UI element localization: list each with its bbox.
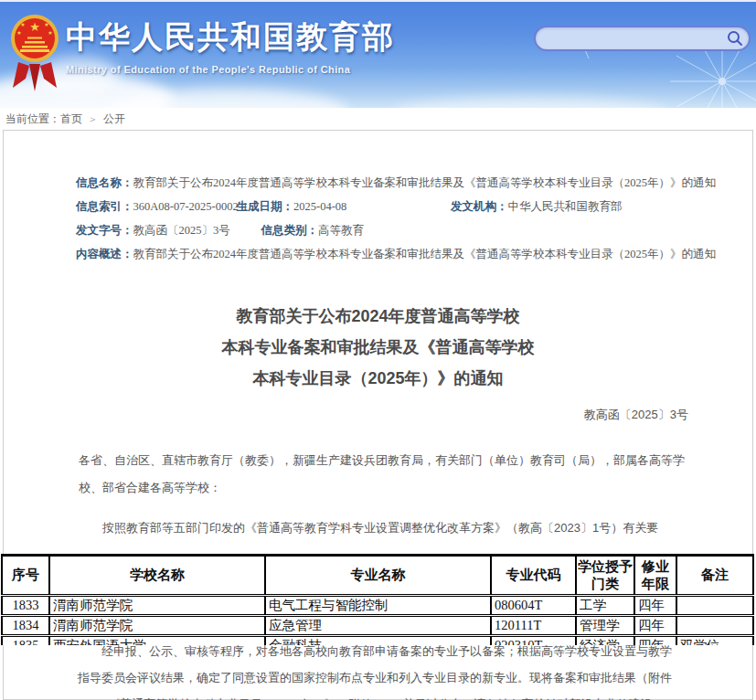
major-approval-table: 序号 学校名称 专业名称 专业代码 学位授予门类 修业年限 备注 1833 渭南… bbox=[1, 554, 754, 645]
meta-info-name-value: 教育部关于公布2024年度普通高等学校本科专业备案和审批结果及《普通高等学校本科… bbox=[133, 176, 717, 189]
meta-category-label: 信息类别： bbox=[261, 224, 318, 237]
cell-seq: 1835 bbox=[2, 636, 49, 646]
cell-years: 四年 bbox=[634, 616, 676, 636]
header-school: 学校名称 bbox=[49, 556, 265, 596]
svg-text:★: ★ bbox=[48, 29, 52, 36]
meta-gen-date-label: 生成日期： bbox=[236, 200, 293, 213]
breadcrumb-separator: ＞ bbox=[88, 112, 98, 126]
site-subtitle: Ministry of Education of the People's Re… bbox=[66, 64, 395, 75]
cell-note bbox=[676, 616, 753, 636]
site-title: 中华人民共和国教育部 bbox=[66, 16, 395, 58]
header-years: 修业年限 bbox=[634, 556, 676, 596]
document-title-line1: 教育部关于公布2024年度普通高等学校 bbox=[4, 301, 752, 332]
meta-info-name-label: 信息名称： bbox=[76, 176, 133, 189]
meta-issuer-label: 发文机构： bbox=[451, 200, 508, 213]
cell-major: 电气工程与智能控制 bbox=[265, 596, 491, 616]
document-title-line3: 本科专业目录（2025年）》的通知 bbox=[4, 363, 752, 394]
cell-degree: 管理学 bbox=[576, 616, 634, 636]
document-title-line2: 本科专业备案和审批结果及《普通高等学校 bbox=[4, 332, 752, 363]
meta-row-name: 信息名称：教育部关于公布2024年度普通高等学校本科专业备案和审批结果及《普通高… bbox=[76, 171, 694, 195]
cloud-decoration bbox=[393, 97, 667, 108]
cell-note bbox=[676, 596, 753, 616]
national-emblem: ★ ★ ★ ★ ★ bbox=[9, 11, 60, 95]
approval-paragraph-line2: 指导委员会评议结果，确定了同意设置的国家控制布点专业和列入专业目录的新专业。现将… bbox=[78, 664, 702, 691]
meta-doc-no-value: 教高函〔2025〕3号 bbox=[133, 224, 230, 237]
cell-years: 四年 bbox=[634, 596, 676, 616]
meta-row-summary: 内容概述：教育部关于公布2024年度普通高等学校本科专业备案和审批结果及《普通高… bbox=[76, 242, 694, 266]
cell-seq: 1834 bbox=[2, 616, 49, 636]
header-code: 专业代码 bbox=[491, 556, 576, 596]
breadcrumb: 当前位置： 首页 ＞ 公开 bbox=[0, 108, 756, 130]
cell-degree: 工学 bbox=[576, 596, 634, 616]
table-row: 1833 渭南师范学院 电气工程与智能控制 080604T 工学 四年 bbox=[2, 596, 753, 616]
svg-text:★: ★ bbox=[29, 20, 40, 34]
document-number: 教高函〔2025〕3号 bbox=[4, 407, 688, 423]
approval-paragraph-line1: 经申报、公示、审核等程序，对各地各高校向教育部申请备案的专业予以备案；根据高等学… bbox=[78, 638, 702, 664]
approval-paragraph-line3: 1）、《普通高等学校本科专业目录（2025年）》（附件2），并予以公布。请各地各… bbox=[78, 691, 702, 700]
table-header-row: 序号 学校名称 专业名称 专业代码 学位授予门类 修业年限 备注 bbox=[2, 556, 753, 596]
svg-text:★: ★ bbox=[20, 21, 25, 27]
meta-summary-label: 内容概述： bbox=[76, 248, 133, 260]
cell-school: 渭南师范学院 bbox=[49, 596, 265, 616]
page: ★ ★ ★ ★ ★ 中华人民共和国教育部 Ministry of Educati… bbox=[0, 0, 756, 700]
site-header: ★ ★ ★ ★ ★ 中华人民共和国教育部 Ministry of Educati… bbox=[0, 0, 756, 108]
cell-code: 120111T bbox=[491, 616, 576, 636]
search-input[interactable] bbox=[536, 27, 721, 49]
meta-summary-value: 教育部关于公布2024年度普通高等学校本科专业备案和审批结果及《普通高等学校本科… bbox=[133, 248, 717, 260]
meta-doc-no-label: 发文字号： bbox=[76, 224, 133, 237]
approval-result-paragraph: 经申报、公示、审核等程序，对各地各高校向教育部申请备案的专业予以备案；根据高等学… bbox=[78, 638, 702, 700]
header-note: 备注 bbox=[676, 556, 753, 596]
header-major: 专业名称 bbox=[265, 556, 491, 596]
header-seq: 序号 bbox=[2, 556, 49, 596]
table-row: 1834 渭南师范学院 应急管理 120111T 管理学 四年 bbox=[2, 616, 753, 636]
meta-issuer-value: 中华人民共和国教育部 bbox=[507, 200, 622, 213]
search-box[interactable] bbox=[534, 26, 751, 51]
cell-major: 应急管理 bbox=[265, 616, 491, 636]
breadcrumb-location-label: 当前位置： bbox=[5, 111, 60, 127]
document-title: 教育部关于公布2024年度普通高等学校 本科专业备案和审批结果及《普通高等学校 … bbox=[4, 301, 752, 394]
svg-text:★: ★ bbox=[44, 21, 48, 27]
cell-code: 080604T bbox=[491, 596, 576, 616]
site-title-block: 中华人民共和国教育部 Ministry of Education of the … bbox=[66, 16, 395, 75]
header-degree: 学位授予门类 bbox=[576, 556, 634, 596]
document-meta: 信息名称：教育部关于公布2024年度普通高等学校本科专业备案和审批结果及《普通高… bbox=[76, 171, 694, 266]
intro-paragraph: 按照教育部等五部门印发的《普通高等教育学科专业设置调整优化改革方案》（教高〔20… bbox=[79, 514, 694, 542]
meta-row-index: 信息索引：360A08-07-2025-0002-1 生成日期：2025-04-… bbox=[76, 195, 694, 218]
cell-seq: 1833 bbox=[2, 596, 49, 616]
meta-row-docno: 发文字号：教高函〔2025〕3号 信息类别：高等教育 bbox=[76, 218, 694, 242]
search-button[interactable] bbox=[721, 27, 749, 49]
addressees-paragraph: 各省、自治区、直辖市教育厅（教委），新疆生产建设兵团教育局，有关部门（单位）教育… bbox=[79, 447, 694, 502]
breadcrumb-section-link[interactable]: 公开 bbox=[103, 111, 125, 127]
cell-school: 渭南师范学院 bbox=[49, 616, 265, 636]
meta-info-index-label: 信息索引： bbox=[76, 200, 133, 213]
breadcrumb-home-link[interactable]: 首页 bbox=[60, 111, 82, 127]
svg-text:★: ★ bbox=[16, 29, 21, 36]
search-icon bbox=[727, 30, 743, 47]
meta-gen-date-value: 2025-04-08 bbox=[293, 200, 346, 213]
scanned-table-overlay: 序号 学校名称 专业名称 专业代码 学位授予门类 修业年限 备注 1833 渭南… bbox=[1, 554, 754, 645]
meta-info-index-value: 360A08-07-2025-0002-1 bbox=[133, 200, 249, 213]
meta-category-value: 高等教育 bbox=[318, 224, 364, 237]
